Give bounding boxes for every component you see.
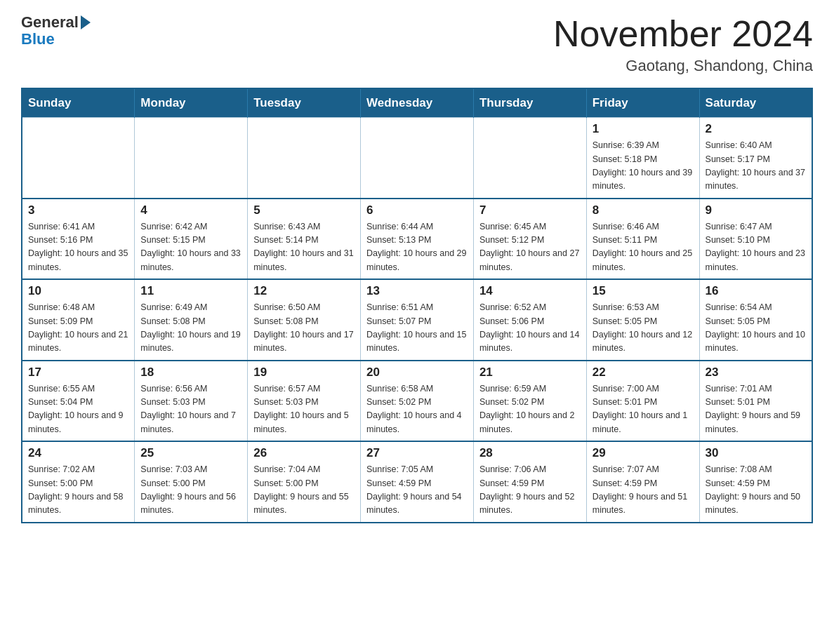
day-info: Sunrise: 6:46 AMSunset: 5:11 PMDaylight:… xyxy=(593,220,694,275)
day-info: Sunrise: 7:08 AMSunset: 4:59 PMDaylight:… xyxy=(706,463,806,518)
day-number: 9 xyxy=(706,203,806,217)
day-number: 18 xyxy=(140,365,241,380)
day-info: Sunrise: 7:00 AMSunset: 5:01 PMDaylight:… xyxy=(593,382,694,437)
day-number: 10 xyxy=(28,284,128,298)
weekday-header-friday: Friday xyxy=(586,88,699,118)
calendar-cell xyxy=(22,118,135,199)
weekday-header-monday: Monday xyxy=(135,88,248,118)
day-info: Sunrise: 6:40 AMSunset: 5:17 PMDaylight:… xyxy=(706,139,806,194)
month-title: November 2024 xyxy=(553,14,813,54)
week-row-4: 17Sunrise: 6:55 AMSunset: 5:04 PMDayligh… xyxy=(22,361,812,442)
day-number: 27 xyxy=(366,446,468,460)
calendar-cell: 14Sunrise: 6:52 AMSunset: 5:06 PMDayligh… xyxy=(473,279,586,361)
day-info: Sunrise: 7:01 AMSunset: 5:01 PMDaylight:… xyxy=(706,382,806,437)
day-number: 12 xyxy=(253,284,355,298)
day-info: Sunrise: 6:45 AMSunset: 5:12 PMDaylight:… xyxy=(479,220,581,275)
weekday-header-row: SundayMondayTuesdayWednesdayThursdayFrid… xyxy=(22,88,812,118)
weekday-header-sunday: Sunday xyxy=(22,88,135,118)
day-number: 30 xyxy=(706,446,806,460)
calendar-cell: 9Sunrise: 6:47 AMSunset: 5:10 PMDaylight… xyxy=(699,199,812,280)
day-number: 5 xyxy=(253,203,355,217)
calendar-cell: 25Sunrise: 7:03 AMSunset: 5:00 PMDayligh… xyxy=(135,441,248,523)
calendar-cell: 8Sunrise: 6:46 AMSunset: 5:11 PMDaylight… xyxy=(586,199,699,280)
calendar-cell: 13Sunrise: 6:51 AMSunset: 5:07 PMDayligh… xyxy=(361,279,474,361)
day-info: Sunrise: 6:39 AMSunset: 5:18 PMDaylight:… xyxy=(593,139,694,194)
calendar-cell: 16Sunrise: 6:54 AMSunset: 5:05 PMDayligh… xyxy=(699,279,812,361)
day-number: 29 xyxy=(593,446,694,460)
day-number: 4 xyxy=(140,203,241,217)
day-number: 8 xyxy=(593,203,694,217)
calendar-cell: 29Sunrise: 7:07 AMSunset: 4:59 PMDayligh… xyxy=(586,441,699,523)
day-info: Sunrise: 6:41 AMSunset: 5:16 PMDaylight:… xyxy=(28,220,128,275)
calendar-cell: 3Sunrise: 6:41 AMSunset: 5:16 PMDaylight… xyxy=(22,199,135,280)
day-number: 7 xyxy=(479,203,581,217)
day-info: Sunrise: 7:03 AMSunset: 5:00 PMDaylight:… xyxy=(140,463,241,518)
day-info: Sunrise: 6:55 AMSunset: 5:04 PMDaylight:… xyxy=(28,382,128,437)
day-info: Sunrise: 6:59 AMSunset: 5:02 PMDaylight:… xyxy=(479,382,581,437)
day-info: Sunrise: 6:48 AMSunset: 5:09 PMDaylight:… xyxy=(28,301,128,356)
day-info: Sunrise: 6:43 AMSunset: 5:14 PMDaylight:… xyxy=(253,220,355,275)
day-number: 17 xyxy=(28,365,128,380)
calendar-cell: 23Sunrise: 7:01 AMSunset: 5:01 PMDayligh… xyxy=(699,361,812,442)
calendar-cell: 27Sunrise: 7:05 AMSunset: 4:59 PMDayligh… xyxy=(361,441,474,523)
page-header: General Blue November 2024 Gaotang, Shan… xyxy=(21,14,813,75)
calendar-cell: 12Sunrise: 6:50 AMSunset: 5:08 PMDayligh… xyxy=(248,279,361,361)
calendar-cell: 30Sunrise: 7:08 AMSunset: 4:59 PMDayligh… xyxy=(699,441,812,523)
day-number: 11 xyxy=(140,284,241,298)
day-info: Sunrise: 6:53 AMSunset: 5:05 PMDaylight:… xyxy=(593,301,694,356)
logo-arrow-icon xyxy=(81,15,91,29)
calendar-cell: 5Sunrise: 6:43 AMSunset: 5:14 PMDaylight… xyxy=(248,199,361,280)
title-area: November 2024 Gaotang, Shandong, China xyxy=(553,14,813,75)
day-number: 3 xyxy=(28,203,128,217)
calendar-cell xyxy=(361,118,474,199)
calendar-cell: 4Sunrise: 6:42 AMSunset: 5:15 PMDaylight… xyxy=(135,199,248,280)
day-number: 23 xyxy=(706,365,806,380)
day-info: Sunrise: 6:50 AMSunset: 5:08 PMDaylight:… xyxy=(253,301,355,356)
day-number: 14 xyxy=(479,284,581,298)
week-row-3: 10Sunrise: 6:48 AMSunset: 5:09 PMDayligh… xyxy=(22,279,812,361)
calendar-cell: 6Sunrise: 6:44 AMSunset: 5:13 PMDaylight… xyxy=(361,199,474,280)
day-number: 1 xyxy=(593,122,694,136)
day-info: Sunrise: 6:47 AMSunset: 5:10 PMDaylight:… xyxy=(706,220,806,275)
day-number: 24 xyxy=(28,446,128,460)
day-info: Sunrise: 6:58 AMSunset: 5:02 PMDaylight:… xyxy=(366,382,468,437)
day-info: Sunrise: 6:56 AMSunset: 5:03 PMDaylight:… xyxy=(140,382,241,437)
day-number: 19 xyxy=(253,365,355,380)
location-title: Gaotang, Shandong, China xyxy=(553,57,813,75)
calendar-cell xyxy=(135,118,248,199)
day-info: Sunrise: 6:49 AMSunset: 5:08 PMDaylight:… xyxy=(140,301,241,356)
logo-blue: Blue xyxy=(21,30,55,48)
calendar-table: SundayMondayTuesdayWednesdayThursdayFrid… xyxy=(21,88,813,523)
day-info: Sunrise: 7:05 AMSunset: 4:59 PMDaylight:… xyxy=(366,463,468,518)
day-info: Sunrise: 6:52 AMSunset: 5:06 PMDaylight:… xyxy=(479,301,581,356)
day-number: 20 xyxy=(366,365,468,380)
calendar-cell: 11Sunrise: 6:49 AMSunset: 5:08 PMDayligh… xyxy=(135,279,248,361)
day-info: Sunrise: 6:51 AMSunset: 5:07 PMDaylight:… xyxy=(366,301,468,356)
day-number: 16 xyxy=(706,284,806,298)
calendar-cell xyxy=(473,118,586,199)
day-number: 2 xyxy=(706,122,806,136)
calendar-cell: 10Sunrise: 6:48 AMSunset: 5:09 PMDayligh… xyxy=(22,279,135,361)
calendar-cell: 20Sunrise: 6:58 AMSunset: 5:02 PMDayligh… xyxy=(361,361,474,442)
day-info: Sunrise: 6:42 AMSunset: 5:15 PMDaylight:… xyxy=(140,220,241,275)
logo: General Blue xyxy=(21,14,91,48)
day-number: 15 xyxy=(593,284,694,298)
logo-general: General xyxy=(21,14,79,31)
week-row-1: 1Sunrise: 6:39 AMSunset: 5:18 PMDaylight… xyxy=(22,118,812,199)
calendar-cell: 22Sunrise: 7:00 AMSunset: 5:01 PMDayligh… xyxy=(586,361,699,442)
calendar-cell: 7Sunrise: 6:45 AMSunset: 5:12 PMDaylight… xyxy=(473,199,586,280)
day-info: Sunrise: 6:54 AMSunset: 5:05 PMDaylight:… xyxy=(706,301,806,356)
calendar-cell: 15Sunrise: 6:53 AMSunset: 5:05 PMDayligh… xyxy=(586,279,699,361)
day-number: 28 xyxy=(479,446,581,460)
weekday-header-wednesday: Wednesday xyxy=(361,88,474,118)
day-info: Sunrise: 7:02 AMSunset: 5:00 PMDaylight:… xyxy=(28,463,128,518)
calendar-cell: 28Sunrise: 7:06 AMSunset: 4:59 PMDayligh… xyxy=(473,441,586,523)
day-number: 6 xyxy=(366,203,468,217)
calendar-cell: 2Sunrise: 6:40 AMSunset: 5:17 PMDaylight… xyxy=(699,118,812,199)
day-info: Sunrise: 6:57 AMSunset: 5:03 PMDaylight:… xyxy=(253,382,355,437)
weekday-header-saturday: Saturday xyxy=(699,88,812,118)
day-info: Sunrise: 7:07 AMSunset: 4:59 PMDaylight:… xyxy=(593,463,694,518)
day-number: 26 xyxy=(253,446,355,460)
calendar-cell: 19Sunrise: 6:57 AMSunset: 5:03 PMDayligh… xyxy=(248,361,361,442)
weekday-header-thursday: Thursday xyxy=(473,88,586,118)
